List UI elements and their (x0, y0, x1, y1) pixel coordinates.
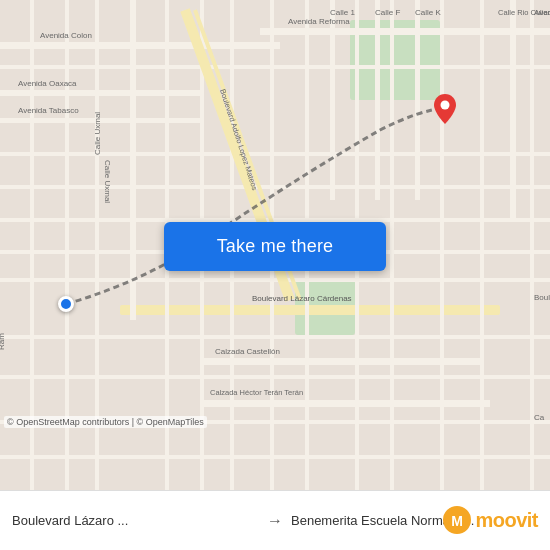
moovit-logo: M moovit (443, 490, 550, 550)
svg-rect-9 (200, 400, 490, 407)
svg-text:Boul: Boul (534, 293, 550, 302)
svg-rect-10 (130, 0, 136, 320)
map-attribution: © OpenStreetMap contributors | © OpenMap… (4, 416, 207, 428)
svg-text:Calzada Héctor Terán Terán: Calzada Héctor Terán Terán (210, 388, 303, 397)
origin-marker (58, 296, 74, 312)
svg-rect-30 (0, 185, 550, 189)
svg-rect-13 (415, 0, 420, 200)
svg-rect-24 (390, 0, 394, 490)
svg-rect-33 (0, 278, 550, 282)
svg-text:Avenida Reforma: Avenida Reforma (288, 17, 350, 26)
svg-rect-28 (0, 65, 550, 69)
svg-text:Avenida Tabasco: Avenida Tabasco (18, 106, 79, 115)
take-me-there-button[interactable]: Take me there (164, 222, 386, 271)
svg-rect-34 (0, 335, 550, 339)
svg-rect-12 (375, 0, 380, 200)
svg-rect-35 (0, 375, 550, 379)
svg-rect-4 (260, 28, 550, 35)
map-container: Avenida Colon Avenida Reforma Avenida Oa… (0, 0, 550, 490)
svg-rect-11 (330, 0, 335, 200)
svg-text:Boulevard Lázaro Cárdenas: Boulevard Lázaro Cárdenas (252, 294, 352, 303)
svg-rect-3 (0, 42, 280, 49)
destination-marker (434, 94, 456, 122)
svg-rect-25 (440, 0, 444, 490)
svg-text:Calzada Castellón: Calzada Castellón (215, 347, 280, 356)
svg-text:Calle K: Calle K (415, 8, 441, 17)
svg-text:Avenida Oaxaca: Avenida Oaxaca (18, 79, 77, 88)
svg-rect-37 (0, 455, 550, 459)
svg-rect-29 (0, 152, 550, 156)
origin-label: Boulevard Lázaro ... (12, 513, 128, 528)
svg-text:Ram: Ram (0, 333, 6, 350)
svg-text:Calle 1: Calle 1 (330, 8, 355, 17)
svg-point-58 (441, 101, 450, 110)
arrow-icon: → (267, 512, 283, 530)
take-me-there-label: Take me there (217, 236, 334, 257)
svg-text:Calle Uxmal: Calle Uxmal (103, 160, 112, 203)
svg-text:Avenida Colon: Avenida Colon (40, 31, 92, 40)
moovit-text: moovit (475, 509, 538, 532)
bottom-origin: Boulevard Lázaro ... (12, 513, 259, 528)
bottom-bar: Boulevard Lázaro ... → Benemerita Escuel… (0, 490, 550, 550)
svg-text:M: M (452, 513, 464, 529)
svg-text:Calle Uxmal: Calle Uxmal (93, 112, 102, 155)
svg-rect-26 (480, 0, 484, 490)
svg-text:Aveni: Aveni (534, 8, 550, 17)
svg-text:Ca: Ca (534, 413, 545, 422)
svg-text:Calle F: Calle F (375, 8, 400, 17)
svg-rect-8 (200, 358, 480, 365)
